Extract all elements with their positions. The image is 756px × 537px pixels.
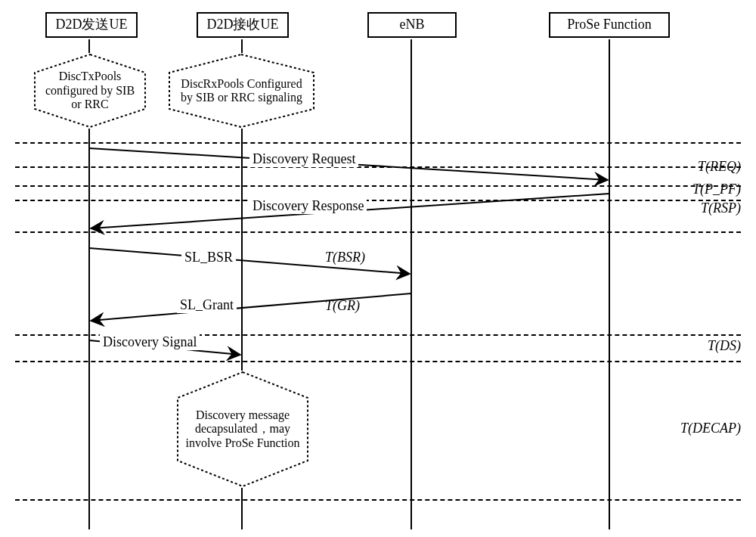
time-req: T(REQ): [698, 159, 741, 175]
actor-tx: D2D发送UE: [45, 12, 138, 38]
time-ds: T(DS): [708, 338, 741, 354]
phase-line-5: [15, 231, 741, 233]
hex-rx-text: DiscRxPools Configured by SIB or RRC sig…: [174, 77, 309, 105]
label-disc-rsp: Discovery Response: [249, 198, 367, 214]
hex-tx: DiscTxPools configured by SIB or RRC: [33, 53, 147, 129]
label-sl-bsr: SL_BSR: [181, 250, 236, 265]
time-ppf: T(P_PF): [692, 182, 741, 197]
actor-enb: eNB: [367, 12, 457, 38]
actor-prose: ProSe Function: [549, 12, 670, 38]
hex-decaps: Discovery message decapsulated，may invol…: [176, 371, 309, 488]
lifeline-enb: [411, 39, 412, 529]
hex-tx-text: DiscTxPools configured by SIB or RRC: [39, 70, 141, 111]
time-decap: T(DECAP): [680, 421, 741, 436]
label-disc-sig: Discovery Signal: [100, 334, 200, 350]
hex-decaps-text: Discovery message decapsulated，may invol…: [182, 408, 303, 450]
actor-rx: D2D接收UE: [197, 12, 289, 38]
hex-rx: DiscRxPools Configured by SIB or RRC sig…: [168, 53, 315, 129]
time-gr: T(GR): [325, 298, 360, 314]
phase-line-8: [15, 499, 741, 501]
svg-line-6: [91, 293, 411, 321]
phase-line-7: [15, 361, 741, 362]
phase-line-3: [15, 185, 741, 187]
time-rsp: T(RSP): [701, 200, 741, 216]
label-disc-req: Discovery Request: [249, 151, 358, 167]
time-bsr: T(BSR): [325, 250, 365, 265]
phase-line-4: [15, 200, 741, 201]
phase-line-2: [15, 166, 741, 168]
phase-line-1: [15, 142, 741, 144]
lifeline-prose: [609, 39, 610, 529]
label-sl-grant: SL_Grant: [177, 297, 237, 313]
